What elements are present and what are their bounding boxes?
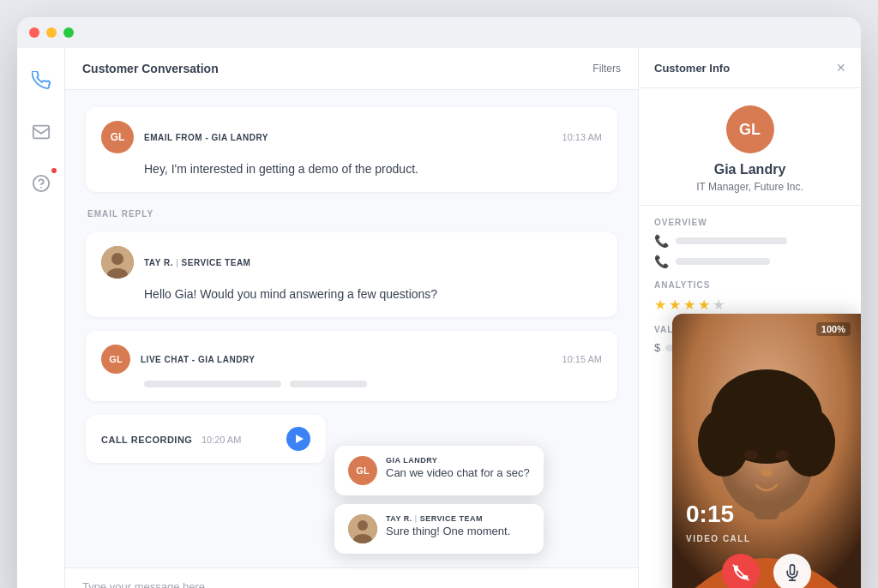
video-percentage: 100% [816, 322, 851, 336]
reply-message-text: Hello Gia! Would you mind answering a fe… [144, 285, 602, 303]
reply-sender-label: TAY R. | SERVICE TEAM [144, 258, 602, 267]
video-background: 100% 0:15 VIDEO CALL [672, 314, 861, 588]
svg-point-14 [775, 450, 789, 460]
live-chat-meta: GL LIVE CHAT - GIA LANDRY 10:15 AM [101, 345, 602, 374]
main-layout: Customer Conversation Filters GL EMAIL F… [17, 48, 861, 588]
phone-small-icon: 📞 [654, 234, 669, 248]
analytics-section-label: ANALYTICS [654, 280, 845, 290]
dollar-sign: $ [654, 341, 660, 354]
end-call-button[interactable] [722, 554, 760, 588]
svg-rect-0 [33, 126, 48, 139]
close-traffic-light[interactable] [29, 27, 39, 38]
star-4: ★ [698, 297, 710, 313]
email-reply-label: EMAIL REPLY [86, 209, 617, 219]
rating-stars: ★ ★ ★ ★ ★ [654, 297, 845, 313]
overview-bar-2 [676, 258, 770, 265]
live-chat-time: 10:15 AM [562, 354, 602, 364]
conversation-messages: GL EMAIL FROM - GIA LANDRY 10:13 AM Hey,… [65, 90, 638, 567]
minimize-traffic-light[interactable] [46, 27, 57, 38]
sidebar [17, 48, 65, 588]
conversation-title: Customer Conversation [82, 62, 219, 75]
message-input-area: Type your message here [65, 567, 638, 588]
star-1: ★ [654, 297, 666, 313]
email-message-card: GL EMAIL FROM - GIA LANDRY 10:13 AM Hey,… [86, 107, 617, 192]
phone2-small-icon: 📞 [654, 255, 669, 268]
message-input-placeholder[interactable]: Type your message here [82, 580, 621, 588]
notification-badge [50, 166, 58, 175]
svg-point-12 [719, 374, 814, 434]
live-chat-card: GL LIVE CHAT - GIA LANDRY 10:15 AM [86, 331, 617, 401]
conversation-header: Customer Conversation Filters [65, 48, 638, 90]
customer-info-title: Customer Info [654, 62, 730, 75]
customer-profile: GL Gia Landry IT Manager, Future Inc. [639, 88, 861, 206]
star-3: ★ [683, 297, 695, 313]
filters-button[interactable]: Filters [592, 63, 621, 75]
live-chat-sender-info: LIVE CHAT - GIA LANDRY [141, 355, 552, 364]
email-message-meta: GL EMAIL FROM - GIA LANDRY 10:13 AM [101, 121, 602, 153]
svg-point-13 [744, 450, 758, 460]
call-recording-card: CALL RECORDING 10:20 AM [86, 415, 326, 463]
video-controls [722, 554, 811, 588]
customer-avatar: GL [726, 105, 774, 153]
conversation-panel: Customer Conversation Filters GL EMAIL F… [65, 48, 638, 588]
video-timer: 0:15 [686, 501, 734, 528]
video-call-label: VIDEO CALL [686, 534, 751, 543]
customer-name: Gia Landry [714, 162, 786, 177]
call-recording-info: CALL RECORDING 10:20 AM [101, 431, 241, 447]
live-chat-text-bars [144, 381, 602, 387]
mute-microphone-button[interactable] [773, 554, 811, 588]
overview-section-label: OVERVIEW [654, 218, 845, 227]
title-bar [17, 17, 861, 48]
svg-point-15 [761, 468, 773, 477]
sidebar-item-help[interactable] [26, 168, 57, 199]
email-message-time: 10:13 AM [562, 132, 602, 142]
sidebar-item-email[interactable] [26, 117, 57, 147]
close-panel-button[interactable]: × [836, 60, 845, 75]
text-bar-1 [144, 381, 281, 387]
call-recording-label: CALL RECORDING [101, 435, 192, 445]
customer-job-title: IT Manager, Future Inc. [696, 181, 803, 193]
reply-message-card: TAY R. | SERVICE TEAM Hello Gia! Would y… [86, 232, 617, 317]
avatar-gl-email: GL [101, 121, 134, 153]
live-chat-sender-label: LIVE CHAT - GIA LANDRY [141, 355, 552, 364]
customer-info-header: Customer Info × [639, 48, 861, 88]
star-5: ★ [713, 297, 725, 313]
video-call-overlay: 100% 0:15 VIDEO CALL [672, 314, 861, 588]
overview-bar-1 [676, 237, 787, 244]
star-2: ★ [669, 297, 681, 313]
reply-message-meta: TAY R. | SERVICE TEAM [101, 246, 602, 279]
overview-row-2: 📞 [654, 255, 845, 268]
reply-sender-info: TAY R. | SERVICE TEAM [144, 258, 602, 267]
email-sender-info: EMAIL FROM - GIA LANDRY [144, 133, 552, 142]
sidebar-item-phone[interactable] [26, 65, 57, 96]
overview-row-1: 📞 [654, 234, 845, 248]
avatar-tay-reply [101, 246, 134, 279]
app-window: Customer Conversation Filters GL EMAIL F… [17, 17, 861, 588]
email-sender-label: EMAIL FROM - GIA LANDRY [144, 133, 552, 142]
video-face-svg [672, 314, 861, 588]
customer-info-panel: Customer Info × GL Gia Landry IT Manager… [638, 48, 861, 588]
text-bar-2 [290, 381, 367, 387]
avatar-gl-livechat: GL [101, 345, 130, 374]
maximize-traffic-light[interactable] [63, 27, 74, 38]
call-recording-time: 10:20 AM [201, 435, 241, 445]
svg-point-3 [111, 253, 123, 265]
email-message-text: Hey, I'm interested in getting a demo of… [144, 160, 602, 178]
play-button[interactable] [286, 427, 310, 451]
